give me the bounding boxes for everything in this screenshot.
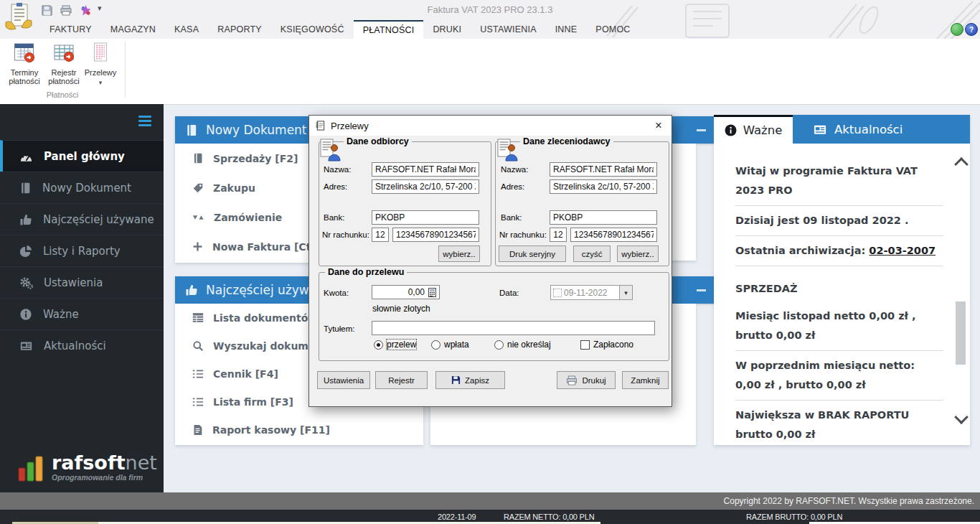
table-icon: [192, 312, 204, 323]
rejestr-button[interactable]: Rejestr: [375, 371, 428, 389]
logo-bars-icon: [17, 454, 44, 484]
nazwa-label: Nazwa:: [501, 165, 528, 174]
tab-ustawienia[interactable]: USTAWIENIA: [471, 20, 545, 39]
sidebar-item-ustawienia[interactable]: Ustawienia: [0, 266, 164, 298]
sidebar-item-label: Nowy Dokument: [42, 182, 131, 195]
tab-druki[interactable]: DRUKI: [423, 20, 471, 39]
rejestr-platnosci-label: Rejestr płatności: [48, 68, 79, 85]
wazne-panel-body: Witaj w programie Faktura VAT 2023 PRO D…: [714, 144, 970, 445]
collapse-minus-icon[interactable]: [697, 129, 706, 131]
odbiorca-nr-input[interactable]: [392, 228, 479, 242]
adres-label: Adres:: [324, 182, 347, 191]
archive-text: Ostatnia archiwizacja: 02-03-2007: [735, 236, 943, 266]
style-sparkle-icon[interactable]: [77, 4, 93, 17]
menu-item-raport-kasowy[interactable]: Raport kasowy [F11]: [175, 416, 423, 444]
zleceniodawca-nazwa-input[interactable]: [550, 162, 657, 177]
tab-ksiegowosc[interactable]: KSIĘGOWOŚĆ: [271, 20, 354, 39]
odbiorca-bank-input[interactable]: [372, 210, 479, 225]
print-icon[interactable]: [58, 4, 74, 17]
payer-contact-icon: [497, 139, 519, 164]
zleceniodawca-adres-input[interactable]: [550, 179, 657, 194]
bank-label: Bank:: [324, 213, 344, 222]
info-icon: [725, 124, 737, 136]
save-icon[interactable]: [39, 4, 55, 17]
info-icon: [19, 308, 32, 321]
radio-przelew[interactable]: przelew: [374, 340, 416, 350]
date-value: 09-11-2022: [562, 288, 619, 298]
czysc-button[interactable]: czyść: [573, 245, 611, 262]
radio-nie-okreslaj[interactable]: nie określaj: [494, 340, 551, 350]
tab-aktualnosci[interactable]: Aktualności: [793, 115, 970, 144]
odbiorca-nazwa-input[interactable]: [372, 162, 479, 177]
copyright-bar: Copyright 2022 by RAFSOFT.NET. Wszystkie…: [0, 492, 980, 510]
przelewy-button[interactable]: Przelewy ▾: [83, 42, 118, 87]
sidebar-item-najczesciej-uzywane[interactable]: Najczęściej używane: [0, 203, 164, 235]
tab-wazne[interactable]: Ważne: [714, 115, 793, 144]
rejestr-platnosci-button[interactable]: Rejestr płatności: [43, 42, 85, 85]
nr-rachunku-label: Nr rachunku:: [322, 230, 369, 239]
date-checkbox[interactable]: [553, 289, 562, 297]
zapisz-button[interactable]: Zapisz: [435, 371, 505, 389]
tab-faktury[interactable]: FAKTURY: [40, 20, 101, 39]
date-dropdown-icon[interactable]: ▾: [619, 286, 632, 299]
printer-icon: [566, 375, 578, 385]
tab-magazyn[interactable]: MAGAZYN: [101, 20, 165, 39]
sidebar-item-listy-i-raporty[interactable]: Listy i Raporty: [0, 235, 164, 266]
stat-largest: Największa w BRAK RAPORTU brutto 0,00 zł: [735, 401, 943, 445]
tab-pomoc[interactable]: POMOC: [586, 20, 639, 39]
radio-dot-icon: [374, 340, 383, 350]
przelewy-dropdown-icon[interactable]: ▾: [83, 78, 118, 87]
sidebar-item-aktualnosci[interactable]: Aktualności: [0, 329, 164, 361]
dashboard-icon: [19, 151, 33, 162]
search-icon: [192, 340, 204, 352]
copyright-text: Copyright 2022 by RAFSOFT.NET. Wszystkie…: [724, 496, 974, 506]
druk-seryjny-button[interactable]: Druk seryjny: [499, 245, 566, 262]
ribbon-group-separator: [125, 42, 126, 98]
document-icon: [192, 424, 203, 436]
stat-previous-month: W poprzednim miesiącu netto: 0,00 zł , b…: [735, 351, 943, 401]
tab-raporty[interactable]: RAPORTY: [208, 20, 271, 39]
sidebar: Panel główny Nowy Dokument Najczęściej u…: [0, 104, 164, 492]
przelewy-label: Przelewy: [85, 68, 117, 77]
odbiorca-adres-input[interactable]: [372, 179, 479, 194]
tytulem-input[interactable]: [372, 321, 655, 335]
terminy-platnosci-button[interactable]: Terminy płatności: [4, 42, 45, 85]
zamknij-button[interactable]: Zamknij: [622, 371, 669, 389]
help-icon[interactable]: ?: [965, 23, 978, 36]
sidebar-item-panel-glowny[interactable]: Panel główny: [0, 140, 164, 172]
collapse-minus-icon[interactable]: [697, 289, 706, 291]
zleceniodawca-nr-input[interactable]: [570, 228, 657, 242]
ustawienia-button[interactable]: Ustawienia: [317, 371, 370, 389]
scrollbar-thumb[interactable]: [956, 301, 966, 365]
odbiorca-wybierz-button[interactable]: wybierz..: [438, 245, 480, 262]
payment-register-icon: [43, 42, 85, 65]
tab-kasa[interactable]: KASA: [165, 20, 208, 39]
zleceniodawca-wybierz-button[interactable]: wybierz..: [617, 245, 659, 262]
transfer-notepad-icon: [315, 120, 326, 131]
sidebar-item-nowy-dokument[interactable]: Nowy Dokument: [0, 172, 164, 203]
tab-inne[interactable]: INNE: [546, 20, 587, 39]
online-status-icon[interactable]: [951, 23, 963, 36]
quick-access-dropdown-icon[interactable]: ▾: [98, 4, 102, 13]
date-picker[interactable]: 09-11-2022 ▾: [550, 285, 633, 300]
tab-platnosci[interactable]: PŁATNOŚCI: [354, 20, 424, 39]
rafsoft-logo: rafsoftnet Oprogramowanie dla firm: [17, 454, 157, 484]
list-icon: [192, 397, 204, 407]
archive-date-link[interactable]: 02-03-2007: [869, 245, 936, 256]
odbiorca-nr-prefix-input[interactable]: [372, 228, 389, 242]
logo-tagline: Oprogramowanie dla firm: [52, 473, 157, 482]
zleceniodawca-nr-prefix-input[interactable]: [550, 228, 567, 242]
radio-wplata[interactable]: wpłata: [431, 340, 469, 350]
calculator-icon[interactable]: [428, 287, 436, 300]
sidebar-toggle-hamburger-icon[interactable]: [138, 116, 151, 128]
close-icon[interactable]: ×: [646, 116, 672, 136]
tag-icon: [192, 182, 204, 194]
checkbox-zaplacono[interactable]: Zapłacono: [580, 340, 633, 350]
dialog-title-bar[interactable]: Przelewy: [309, 116, 672, 136]
radio-dot-icon: [494, 340, 504, 350]
zleceniodawca-bank-input[interactable]: [550, 210, 657, 225]
drukuj-button[interactable]: Drukuj: [557, 371, 616, 389]
sidebar-item-label: Najczęściej używane: [43, 213, 154, 226]
sidebar-item-label: Ustawienia: [44, 276, 103, 289]
sidebar-item-wazne[interactable]: Ważne: [0, 298, 164, 329]
